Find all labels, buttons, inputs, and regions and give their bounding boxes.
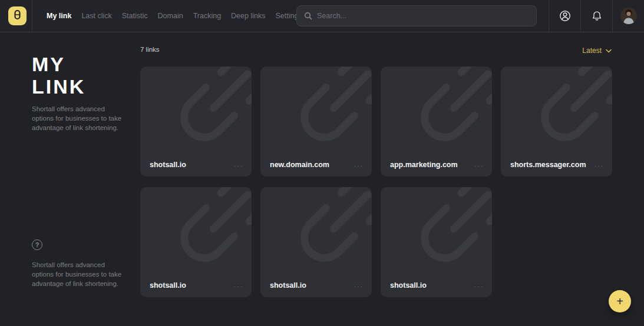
top-bar: My link Last click Statistic Domain Trac… — [0, 0, 644, 32]
card-menu-icon[interactable]: ··· — [354, 162, 364, 170]
card-menu-icon[interactable]: ··· — [474, 282, 484, 291]
link-watermark-icon — [397, 66, 492, 165]
sort-label: Latest — [582, 46, 602, 55]
chevron-down-icon — [606, 49, 612, 53]
search-bar[interactable] — [296, 5, 537, 26]
link-card[interactable]: app.marketing.com ··· — [381, 66, 492, 177]
search-input[interactable] — [317, 12, 529, 20]
link-watermark-icon — [517, 66, 612, 165]
card-menu-icon[interactable]: ··· — [234, 282, 244, 291]
link-card[interactable]: shotsall.io ··· — [140, 66, 252, 177]
nav-item-tracking[interactable]: Tracking — [193, 12, 221, 20]
link-domain-label: shotsall.io — [270, 281, 306, 290]
page-title-line2: LINK — [32, 75, 85, 98]
page-title-line1: MY — [32, 53, 65, 75]
chain-link-icon — [14, 9, 21, 22]
nav-item-deep-links[interactable]: Deep links — [231, 12, 265, 20]
link-domain-label: shotsall.io — [150, 161, 186, 169]
link-watermark-icon — [276, 66, 372, 165]
card-menu-icon[interactable]: ··· — [234, 162, 244, 170]
card-menu-icon[interactable]: ··· — [474, 162, 484, 170]
sidebar-help-description: Shortall offers advanced options for bus… — [32, 260, 124, 288]
main-nav: My link Last click Statistic Domain Trac… — [32, 0, 298, 32]
sidebar-description: Shortall offers advanced options for bus… — [32, 104, 124, 132]
nav-item-statistic[interactable]: Statistic — [122, 12, 148, 20]
sort-dropdown[interactable]: Latest — [582, 46, 612, 55]
link-card[interactable]: shotsall.io ··· — [140, 187, 252, 297]
link-card[interactable]: shorts.messager.com ··· — [501, 66, 612, 177]
nav-item-my-link[interactable]: My link — [47, 12, 71, 20]
add-link-button[interactable]: + — [609, 290, 631, 312]
links-count: 7 links — [140, 46, 160, 53]
card-menu-icon[interactable]: ··· — [354, 282, 364, 291]
account-button[interactable] — [549, 0, 580, 32]
links-grid: shotsall.io ··· new.domain.com ··· app.m… — [140, 66, 612, 297]
profile-button[interactable] — [612, 0, 644, 32]
link-domain-label: app.marketing.com — [390, 161, 458, 169]
link-domain-label: shotsall.io — [390, 281, 427, 290]
notifications-button[interactable] — [580, 0, 612, 32]
link-card[interactable]: shotsall.io ··· — [381, 187, 492, 297]
link-domain-label: shotsall.io — [150, 281, 186, 290]
nav-item-domain[interactable]: Domain — [158, 12, 183, 20]
link-domain-label: shorts.messager.com — [510, 161, 586, 169]
search-icon — [304, 12, 312, 20]
user-avatar — [620, 8, 637, 24]
help-icon[interactable]: ? — [32, 239, 42, 250]
link-watermark-icon — [156, 66, 252, 165]
app-logo[interactable] — [8, 6, 27, 25]
link-card[interactable]: new.domain.com ··· — [260, 66, 372, 177]
link-watermark-icon — [397, 187, 492, 286]
page-title: MY LINK — [32, 53, 85, 98]
link-watermark-icon — [276, 187, 372, 286]
link-card[interactable]: shotsall.io ··· — [260, 187, 372, 297]
header-actions — [549, 0, 644, 32]
nav-item-last-click[interactable]: Last click — [81, 12, 111, 20]
link-watermark-icon — [156, 187, 252, 286]
account-icon — [559, 9, 572, 22]
link-domain-label: new.domain.com — [270, 161, 329, 169]
bell-icon — [590, 9, 603, 22]
nav-item-setting[interactable]: Setting — [275, 12, 298, 20]
card-menu-icon[interactable]: ··· — [595, 162, 605, 170]
